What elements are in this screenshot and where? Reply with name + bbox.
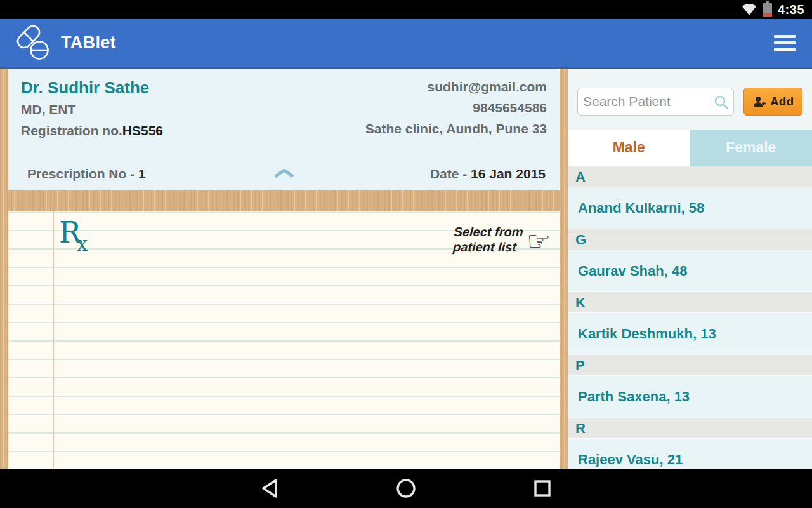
tab-male[interactable]: Male [568,130,690,166]
menu-button[interactable] [774,35,796,51]
home-icon [395,478,417,499]
prescription-number-value: 1 [138,166,146,181]
doctor-phone: 9845654586 [365,97,547,118]
doctor-registration: Registration no.HS556 [21,120,163,141]
search-row: Add [568,88,812,116]
search-icon [714,95,729,110]
patient-row[interactable]: Kartik Deshmukh, 13 [568,312,812,354]
rx-x: x [77,232,88,255]
patient-row[interactable]: Gaurav Shah, 48 [568,250,812,291]
app-title: TABlet [61,33,116,53]
doctor-info: Dr. Sudhir Sathe MD, ENT Registration no… [21,76,547,141]
letter-header-a: A [568,166,812,187]
patient-sidebar: Add MaleFemale AAnand Kulkarni, 58GGaura… [568,69,812,469]
app-header: TABlet [0,19,812,69]
nav-back-button[interactable] [244,469,295,508]
hint-line-1: Select from [454,224,524,239]
gender-tabs: MaleFemale [568,130,812,166]
nav-home-button[interactable] [381,469,431,508]
search-patient-input[interactable] [577,88,734,116]
prescription-pad[interactable]: Rx Select from patient list ☞ [8,211,560,469]
wifi-icon [741,3,757,17]
add-button-label: Add [770,95,794,109]
select-patient-hint: Select from patient list ☞ [454,224,551,255]
collapse-chevron-icon[interactable] [273,169,295,178]
prescription-meta-row: Prescription No - 1 Date - 16 Jan 2015 [21,166,547,185]
registration-value: HS556 [122,123,163,138]
letter-header-p: P [568,354,812,375]
prescription-number-label: Prescription No - [27,166,138,181]
hint-line-2: patient list [453,239,523,255]
letter-header-k: K [568,291,812,312]
doctor-name: Dr. Sudhir Sathe [21,76,163,99]
doctor-email: sudhir@gmail.com [365,76,547,97]
nav-recents-button[interactable] [517,469,568,508]
rx-symbol: Rx [59,215,88,255]
patient-row[interactable]: Parth Saxena, 13 [568,375,812,417]
status-time: 4:35 [778,3,804,17]
pills-logo-icon [16,25,52,62]
pointing-hand-icon: ☞ [527,229,551,253]
battery-level [763,13,772,17]
menu-bar [774,35,796,38]
recents-icon [533,479,552,498]
patient-list: AAnand Kulkarni, 58GGaurav Shah, 48KKart… [568,166,812,469]
back-icon [260,478,279,499]
search-field-wrap [577,88,734,116]
prescription-area: Dr. Sudhir Sathe MD, ENT Registration no… [0,69,568,469]
add-person-icon [752,95,766,108]
patient-row[interactable]: Anand Kulkarni, 58 [568,187,812,229]
doctor-qualification: MD, ENT [21,99,163,120]
letter-header-g: G [568,229,812,250]
paper-margin-line [53,211,54,469]
prescription-number: Prescription No - 1 [27,166,146,182]
doctor-info-card: Dr. Sudhir Sathe MD, ENT Registration no… [8,69,560,190]
date-value: 16 Jan 2015 [471,166,546,181]
patient-row[interactable]: Rajeev Vasu, 21 [568,438,812,469]
android-nav-bar [0,469,812,508]
date-label: Date - [430,166,471,181]
letter-header-r: R [568,417,812,438]
menu-bar [774,41,796,44]
app-screen: 4:35 TABlet Dr. Sudhir Sathe MD, ENT Re [0,0,812,508]
menu-bar [774,48,796,51]
registration-label: Registration no. [21,123,122,138]
prescription-date: Date - 16 Jan 2015 [430,166,546,182]
tab-female[interactable]: Female [690,130,812,166]
clinic-address: Sathe clinic, Aundh, Pune 33 [365,118,547,139]
battery-icon [763,3,772,17]
status-bar: 4:35 [0,0,812,19]
add-patient-button[interactable]: Add [743,88,802,116]
